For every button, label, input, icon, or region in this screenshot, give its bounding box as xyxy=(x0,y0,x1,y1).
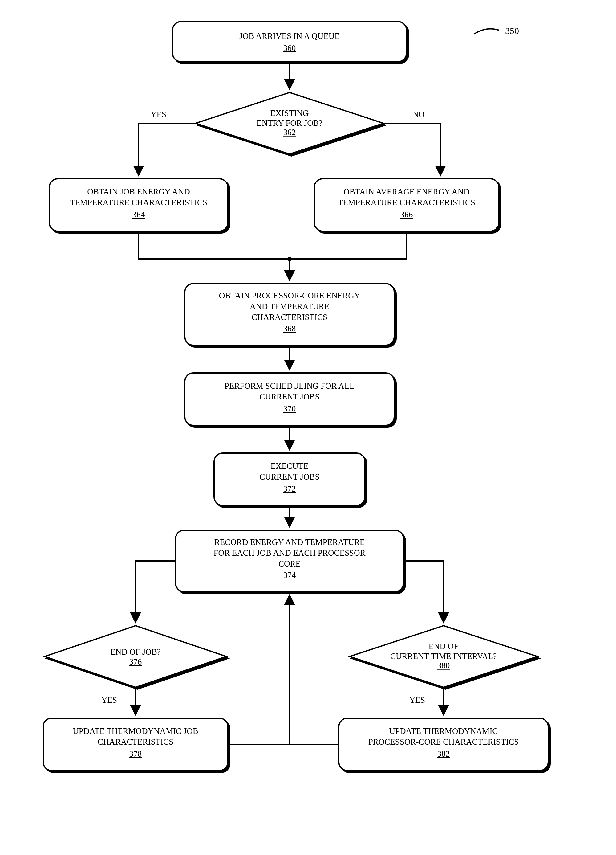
node-370-ref: 370 xyxy=(283,404,296,413)
node-382-line2: PROCESSOR-CORE CHARACTERISTICS xyxy=(368,737,519,746)
node-376-line1: END OF JOB? xyxy=(110,647,161,656)
figure-ref-text: 350 xyxy=(505,26,519,36)
node-364-line1: OBTAIN JOB ENERGY AND xyxy=(87,187,190,196)
node-374-ref: 374 xyxy=(283,570,296,580)
node-360-line1: JOB ARRIVES IN A QUEUE xyxy=(239,31,340,41)
node-378-line1: UPDATE THERMODYNAMIC JOB xyxy=(73,726,198,736)
node-380-line2: CURRENT TIME INTERVAL? xyxy=(390,651,497,661)
node-372-ref: 372 xyxy=(283,484,296,493)
node-366-line2: TEMPERATURE CHARACTERISTICS xyxy=(338,198,475,207)
node-370-line2: CURRENT JOBS xyxy=(259,392,319,401)
edge-label-yes-380: YES xyxy=(409,695,425,705)
node-382-ref: 382 xyxy=(437,749,450,758)
edge-364-merge xyxy=(139,233,289,259)
node-376-ref: 376 xyxy=(129,657,142,667)
node-382-line1: UPDATE THERMODYNAMIC xyxy=(389,726,498,736)
edge-374-376 xyxy=(136,561,176,623)
node-368-line3: CHARACTERISTICS xyxy=(252,313,327,322)
node-364-ref: 364 xyxy=(133,210,145,219)
node-362-line2: ENTRY FOR JOB? xyxy=(257,118,323,127)
node-380-ref: 380 xyxy=(437,661,450,670)
edge-366-merge xyxy=(289,233,407,259)
flowchart-canvas: 350 JOB ARRIVES IN A QUEUE 360 EXISTING … xyxy=(0,0,616,855)
node-362-ref: 362 xyxy=(283,127,296,137)
node-366-line1: OBTAIN AVERAGE ENERGY AND xyxy=(344,187,470,196)
node-378-line2: CHARACTERISTICS xyxy=(98,737,173,746)
edge-374-380 xyxy=(404,561,443,623)
edge-362-366 xyxy=(384,123,440,176)
node-372-line1: EXECUTE xyxy=(271,461,309,470)
svg-rect-0 xyxy=(173,21,407,62)
node-374-line3: CORE xyxy=(278,559,301,568)
figure-reference: 350 xyxy=(474,26,519,36)
node-378-ref: 378 xyxy=(129,749,142,758)
node-374-line2: FOR EACH JOB AND EACH PROCESSOR xyxy=(214,548,365,558)
node-374-line1: RECORD ENERGY AND TEMPERATURE xyxy=(214,538,365,547)
node-360-ref: 360 xyxy=(283,43,296,53)
node-372-line2: CURRENT JOBS xyxy=(259,472,319,481)
node-368-line2: AND TEMPERATURE xyxy=(250,302,329,311)
node-362-line1: EXISTING xyxy=(271,109,309,118)
edge-362-364 xyxy=(139,123,196,176)
edge-label-no-362: NO xyxy=(413,110,425,119)
node-364-line2: TEMPERATURE CHARACTERISTICS xyxy=(70,198,207,207)
edge-378-374 xyxy=(228,595,289,744)
node-368-ref: 368 xyxy=(283,324,296,333)
edge-label-yes-362: YES xyxy=(151,110,166,119)
node-370-line1: PERFORM SCHEDULING FOR ALL xyxy=(225,381,355,391)
edge-label-yes-376: YES xyxy=(101,695,117,705)
node-366-ref: 366 xyxy=(400,210,413,219)
node-380-line1: END OF xyxy=(429,642,459,651)
node-368-line1: OBTAIN PROCESSOR-CORE ENERGY xyxy=(219,291,360,300)
node-360 xyxy=(173,21,407,62)
